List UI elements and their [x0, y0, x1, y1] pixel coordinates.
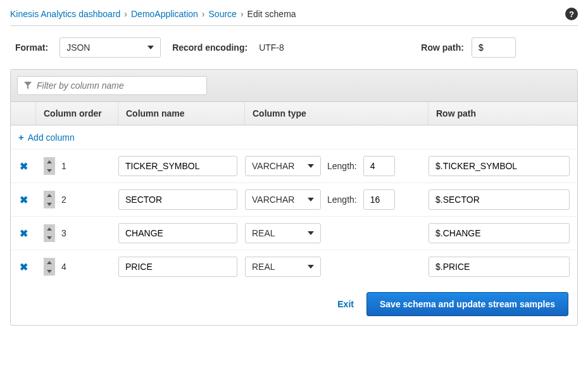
chevron-right-icon: ›	[241, 9, 244, 19]
encoding-label: Record encoding:	[172, 42, 247, 53]
column-name-input[interactable]	[118, 223, 237, 243]
move-down-button[interactable]	[44, 200, 55, 208]
chevron-down-icon	[147, 46, 154, 49]
chevron-up-icon	[47, 227, 52, 231]
filter-icon	[24, 82, 32, 89]
crumb-current: Edit schema	[247, 9, 296, 19]
order-value: 2	[61, 195, 66, 205]
move-up-button[interactable]	[44, 191, 55, 200]
schema-panel: Column order Column name Column type Row…	[10, 69, 578, 326]
column-name-input[interactable]	[118, 156, 237, 176]
panel-toolbar	[11, 70, 577, 102]
table-row: ✖ 4 REAL	[11, 250, 577, 283]
table-row: ✖ 1 VARCHAR Length:	[11, 150, 577, 183]
chevron-down-icon	[308, 164, 314, 168]
chevron-down-icon	[47, 169, 52, 172]
header-order: Column order	[36, 102, 118, 125]
filter-wrap[interactable]	[17, 76, 207, 95]
order-value: 4	[61, 262, 66, 272]
save-button[interactable]: Save schema and update stream samples	[366, 292, 568, 316]
add-column-button[interactable]: + Add column	[18, 132, 75, 143]
remove-icon[interactable]: ✖	[20, 227, 28, 239]
column-type-dropdown[interactable]: REAL	[245, 257, 321, 277]
plus-icon: +	[18, 132, 24, 143]
row-path-input[interactable]	[428, 223, 570, 243]
chevron-up-icon	[47, 194, 52, 197]
chevron-down-icon	[47, 203, 52, 206]
rows-container: ✖ 1 VARCHAR Length: ✖	[11, 150, 577, 283]
column-type-dropdown[interactable]: VARCHAR	[245, 189, 321, 210]
type-value: REAL	[252, 262, 275, 272]
column-name-input[interactable]	[118, 257, 237, 277]
chevron-right-icon: ›	[202, 9, 205, 19]
row-path-input[interactable]	[428, 189, 570, 210]
rowpath-label: Row path:	[421, 42, 464, 53]
breadcrumb: Kinesis Analytics dashboard › DemoApplic…	[10, 9, 296, 19]
encoding-value: UTF-8	[259, 42, 284, 53]
add-column-label: Add column	[28, 132, 75, 143]
move-up-button[interactable]	[44, 157, 55, 166]
help-icon[interactable]: ?	[565, 8, 578, 20]
header-path: Row path	[428, 102, 577, 125]
row-path-input[interactable]	[428, 156, 570, 176]
chevron-down-icon	[47, 270, 52, 273]
chevron-up-icon	[47, 261, 52, 264]
crumb-source[interactable]: Source	[209, 9, 237, 19]
table-row: ✖ 3 REAL	[11, 217, 577, 250]
order-value: 1	[61, 161, 66, 171]
header-name: Column name	[118, 102, 245, 125]
length-label: Length:	[327, 161, 357, 171]
column-type-dropdown[interactable]: REAL	[245, 223, 321, 243]
type-value: VARCHAR	[252, 161, 294, 171]
chevron-down-icon	[308, 198, 314, 201]
top-controls: Format: JSON Record encoding: UTF-8 Row …	[10, 26, 578, 69]
type-value: REAL	[252, 228, 275, 238]
table-row: ✖ 2 VARCHAR Length:	[11, 183, 577, 217]
move-down-button[interactable]	[44, 166, 55, 175]
order-value: 3	[61, 228, 66, 238]
format-value: JSON	[66, 42, 90, 53]
chevron-down-icon	[308, 265, 314, 269]
remove-icon[interactable]: ✖	[20, 194, 28, 206]
remove-icon[interactable]: ✖	[20, 160, 28, 172]
chevron-up-icon	[47, 160, 52, 163]
exit-button[interactable]: Exit	[337, 299, 354, 309]
rowpath-input[interactable]	[472, 37, 516, 58]
crumb-application[interactable]: DemoApplication	[131, 9, 198, 19]
remove-icon[interactable]: ✖	[20, 261, 28, 273]
breadcrumb-bar: Kinesis Analytics dashboard › DemoApplic…	[10, 8, 578, 26]
format-label: Format:	[15, 42, 48, 53]
footer-actions: Exit Save schema and update stream sampl…	[11, 283, 577, 325]
move-down-button[interactable]	[44, 267, 55, 276]
table-header: Column order Column name Column type Row…	[11, 102, 577, 125]
column-name-input[interactable]	[118, 189, 237, 210]
type-value: VARCHAR	[252, 195, 294, 205]
length-input[interactable]	[363, 156, 395, 176]
crumb-dashboard[interactable]: Kinesis Analytics dashboard	[10, 9, 120, 19]
move-up-button[interactable]	[44, 258, 55, 267]
row-path-input[interactable]	[428, 257, 570, 277]
length-input[interactable]	[363, 189, 395, 210]
move-up-button[interactable]	[44, 224, 55, 233]
chevron-down-icon	[47, 236, 52, 239]
chevron-right-icon: ›	[124, 9, 127, 19]
length-label: Length:	[327, 195, 357, 205]
format-dropdown[interactable]: JSON	[59, 37, 161, 58]
chevron-down-icon	[308, 231, 314, 235]
move-down-button[interactable]	[44, 233, 55, 242]
column-type-dropdown[interactable]: VARCHAR	[245, 156, 321, 176]
header-type: Column type	[245, 102, 428, 125]
filter-input[interactable]	[37, 80, 200, 91]
